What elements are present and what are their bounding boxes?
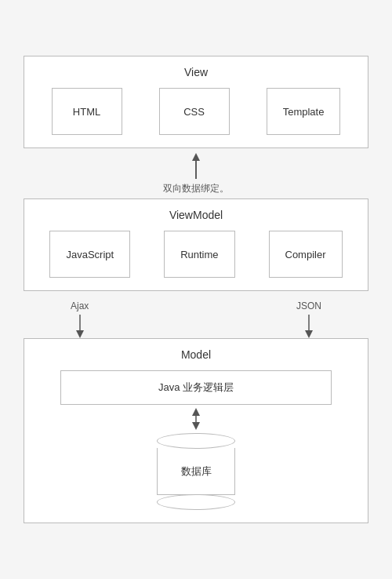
ajax-label: Ajax xyxy=(71,300,89,311)
viewmodel-title: ViewModel xyxy=(37,209,355,221)
viewmodel-item-runtime: Runtime xyxy=(164,231,234,278)
viewmodel-layer: ViewModel JavaScript Runtime Compiler xyxy=(24,198,368,291)
viewmodel-item-javascript: JavaScript xyxy=(49,231,130,278)
view-items: HTML CSS Template xyxy=(37,88,355,135)
viewmodel-items: JavaScript Runtime Compiler xyxy=(37,231,355,278)
svg-marker-10 xyxy=(192,422,200,430)
viewmodel-item-compiler: Compiler xyxy=(269,231,343,278)
view-item-html: HTML xyxy=(52,88,122,135)
architecture-diagram: View HTML CSS Template 双向数据绑定。 ViewModel… xyxy=(16,40,376,539)
db-body: 数据库 xyxy=(157,448,235,495)
java-logic-box: Java 业务逻辑层 xyxy=(60,370,331,405)
json-label: JSON xyxy=(296,300,321,311)
db-bottom-ellipse xyxy=(157,494,235,510)
view-item-css: CSS xyxy=(159,88,230,135)
json-arrow-svg xyxy=(301,315,317,338)
view-title: View xyxy=(37,66,355,78)
db-top-ellipse xyxy=(157,433,235,449)
svg-marker-9 xyxy=(192,408,200,416)
db-label: 数据库 xyxy=(181,464,212,479)
svg-marker-5 xyxy=(76,330,84,338)
viewmodel-model-arrows: Ajax JSON xyxy=(24,291,368,338)
bidirectional-arrow-svg xyxy=(184,151,208,179)
database-shape: 数据库 xyxy=(157,433,235,510)
svg-marker-7 xyxy=(305,330,313,338)
db-arrow-svg xyxy=(188,408,204,430)
ajax-arrow-svg xyxy=(72,315,88,338)
model-title: Model xyxy=(37,348,355,361)
binding-label: 双向数据绑定。 xyxy=(163,182,229,195)
view-item-template: Template xyxy=(267,88,341,135)
view-viewmodel-arrow: 双向数据绑定。 xyxy=(24,151,368,195)
model-inner: Java 业务逻辑层 数据库 xyxy=(37,370,355,510)
view-layer: View HTML CSS Template xyxy=(24,56,368,148)
json-arrow-col: JSON xyxy=(296,297,321,338)
ajax-arrow-col: Ajax xyxy=(71,297,89,338)
model-layer: Model Java 业务逻辑层 数据库 xyxy=(24,338,368,523)
